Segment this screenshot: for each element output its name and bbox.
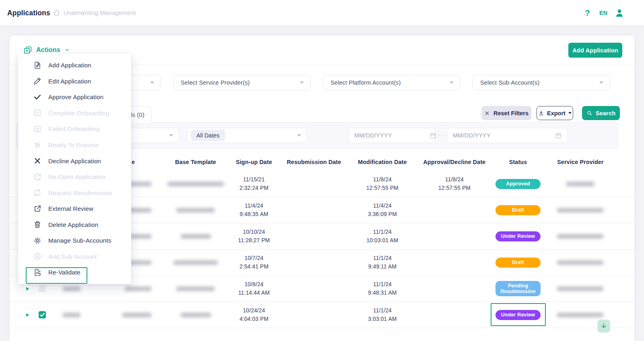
redacted-service-provider (557, 287, 603, 291)
scroll-to-bottom-button[interactable] (597, 320, 610, 333)
calendar-icon (429, 132, 436, 139)
modification-date-cell: 11/8/2412:57:55 PM (356, 175, 409, 192)
redacted-base-template (167, 182, 224, 186)
search-icon (586, 110, 592, 116)
menu-item-complete-onboarding: Complete Onboarding (18, 105, 131, 121)
calendar-icon (555, 132, 562, 139)
sub-account-select[interactable]: Select Sub-Account(s) (473, 75, 610, 90)
chevron-down-icon (297, 134, 301, 137)
menu-item-add-application[interactable]: Add Application (18, 57, 131, 73)
user-avatar-icon[interactable] (615, 8, 624, 18)
arrow-down-icon (600, 322, 607, 330)
menu-item-manage-sub-accounts[interactable]: Manage Sub-Accounts (18, 233, 131, 249)
menu-item-ready-to-process: Ready To Process (18, 137, 131, 153)
modification-date-cell: 11/1/243:03:01 AM (356, 306, 409, 323)
search-button[interactable]: Search (582, 106, 620, 120)
redacted-base-template (181, 313, 211, 317)
redacted-id (63, 313, 80, 317)
modification-date-cell: 11/1/249:48:31 AM (356, 280, 409, 297)
close-icon (484, 110, 490, 116)
date-type-select[interactable]: All Dates (187, 128, 307, 143)
redacted-id (63, 287, 80, 291)
modification-date-cell: 11/1/2410:03:01 AM (356, 228, 409, 245)
download-icon (538, 110, 544, 116)
column-header-service-provider[interactable]: Service Provider (554, 153, 607, 171)
redacted-service-provider (557, 208, 603, 212)
menu-item-decline-application[interactable]: Decline Application (18, 153, 131, 169)
external-link-icon (33, 205, 41, 213)
sub-account-placeholder: Select Sub-Account(s) (480, 79, 599, 86)
menu-item-re-validate[interactable]: Re-Validate (18, 264, 131, 281)
menu-item-reopen-application: Re-Open Application (18, 169, 131, 185)
signup-date-cell: 10/24/244:04:03 PM (228, 306, 280, 323)
add-application-button[interactable]: Add Application (568, 43, 622, 58)
service-provider-placeholder: Select Service Provider(s) (181, 79, 300, 86)
redacted-base-template (176, 208, 215, 212)
actions-dropdown-menu: Add Application Edit Application Approve… (18, 54, 131, 284)
column-header-base-template[interactable]: Base Template (169, 153, 222, 171)
plus-circle-icon (33, 252, 41, 260)
reset-filters-button[interactable]: Reset Filters (481, 106, 531, 120)
actions-label: Actions (36, 46, 60, 54)
double-chevron-icon (33, 141, 41, 149)
status-badge: Pending Resubmission (495, 281, 541, 296)
date-to-field[interactable] (447, 128, 568, 143)
date-from-input[interactable] (354, 132, 429, 139)
chevron-down-icon (300, 81, 304, 84)
export-button[interactable]: Export (537, 106, 573, 120)
redacted-service-provider (557, 234, 603, 239)
signup-date-cell: 10/10/2411:28:27 PM (228, 228, 280, 245)
modification-date-cell: 11/4/243:36:09 PM (356, 202, 409, 218)
chevron-down-icon (450, 81, 454, 84)
gear-icon (33, 237, 41, 245)
checkbox-check-icon (33, 109, 41, 117)
column-header-status[interactable]: Status (502, 153, 534, 171)
table-row[interactable]: 10/24/244:04:03 PM 11/1/243:03:01 AM Und… (10, 302, 634, 328)
redacted-name (125, 287, 151, 291)
platform-account-select[interactable]: Select Platform Account(s) (323, 75, 460, 90)
all-dates-chip: All Dates (191, 130, 225, 141)
date-from-field[interactable] (348, 128, 435, 143)
chevron-down-icon (64, 47, 70, 53)
row-expand-icon[interactable] (25, 286, 30, 291)
redacted-service-provider (557, 313, 603, 317)
x-icon (33, 157, 41, 165)
chevron-down-icon (568, 112, 572, 114)
redacted-name (122, 313, 151, 317)
status-badge: Draft (495, 258, 541, 268)
status-badge: Under Review (495, 231, 541, 241)
signup-date-cell: 11/15/212:32:24 PM (228, 175, 280, 192)
chevron-down-icon (150, 81, 154, 84)
row-checkbox[interactable] (39, 285, 46, 292)
row-expand-icon[interactable] (25, 312, 30, 318)
home-icon (53, 9, 60, 17)
menu-item-delete-application[interactable]: Delete Application (18, 216, 131, 233)
row-checkbox-checked[interactable] (39, 311, 46, 318)
date-range-separator: ··· (438, 128, 446, 143)
approval-date-cell: 11/8/2412:57:55 PM (428, 175, 481, 192)
copy-plus-icon (23, 46, 32, 54)
column-header-approval-decline-date[interactable]: Approval/Decline Date (422, 153, 487, 171)
top-bar: Applications Underwriting Management ? E… (0, 0, 644, 26)
column-header-signup-date[interactable]: Sign-up Date (228, 153, 280, 171)
menu-item-approve-application[interactable]: Approve Application (18, 89, 131, 105)
help-icon[interactable]: ? (585, 0, 590, 26)
menu-item-edit-application[interactable]: Edit Application (18, 73, 131, 89)
page-title: Applications (7, 0, 50, 26)
menu-item-external-review[interactable]: External Review (18, 201, 131, 217)
modification-date-cell: 11/1/249:49:11 AM (356, 254, 409, 271)
platform-account-placeholder: Select Platform Account(s) (330, 79, 450, 86)
checkbox-x-icon (33, 125, 41, 133)
date-to-input[interactable] (453, 132, 555, 139)
menu-item-request-resubmission: Request Resubmission (18, 185, 131, 201)
menu-item-add-sub-account: Add Sub-Account (18, 249, 131, 265)
redo-icon (33, 173, 41, 181)
column-header-resubmission-date[interactable]: Resubmission Date (284, 153, 344, 171)
refresh-icon (33, 189, 41, 197)
trash-icon (33, 220, 41, 229)
service-provider-select[interactable]: Select Service Provider(s) (173, 75, 311, 90)
status-badge: Approved (495, 179, 541, 189)
redacted-base-template (181, 234, 211, 239)
column-header-modification-date[interactable]: Modification Date (352, 153, 413, 171)
language-switcher[interactable]: EN (599, 0, 607, 26)
